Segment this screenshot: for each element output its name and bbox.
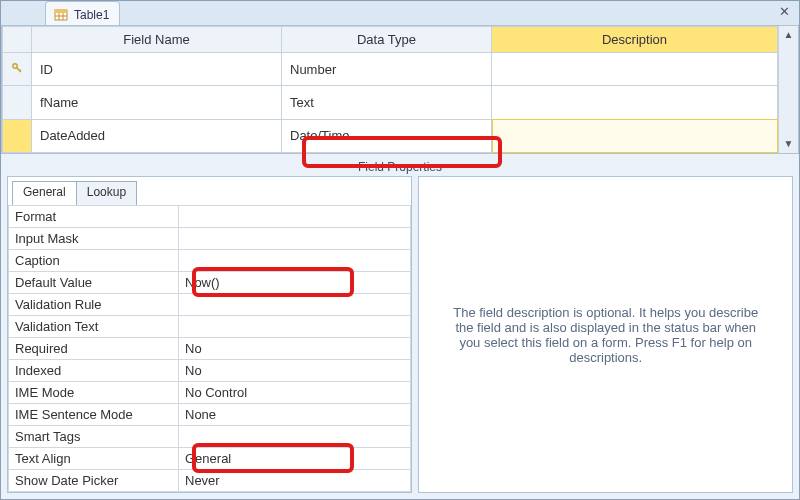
titlebar: Table1 ✕ <box>1 1 799 26</box>
property-label: Caption <box>9 250 179 272</box>
property-row[interactable]: IME Sentence ModeNone <box>9 404 411 426</box>
scroll-down-button[interactable]: ▼ <box>779 135 798 153</box>
property-row[interactable]: Smart Tags <box>9 426 411 448</box>
property-row[interactable]: Caption <box>9 250 411 272</box>
object-tab[interactable]: Table1 <box>45 1 120 25</box>
tab-general[interactable]: General <box>12 181 77 205</box>
property-value[interactable] <box>179 206 411 228</box>
property-row[interactable]: Default ValueNow() <box>9 272 411 294</box>
lower-panels: General Lookup Format Input Mask Caption… <box>1 176 799 499</box>
property-value[interactable]: General <box>179 448 411 470</box>
window-close-button[interactable]: ✕ <box>775 5 793 21</box>
description-cell[interactable] <box>492 53 778 86</box>
property-tabs: General Lookup <box>12 181 411 205</box>
chevron-up-icon: ▲ <box>784 29 794 40</box>
property-value[interactable] <box>179 316 411 338</box>
properties-table: Format Input Mask Caption Default ValueN… <box>8 205 411 492</box>
field-name-cell[interactable]: ID <box>32 53 282 86</box>
col-header-datatype[interactable]: Data Type <box>282 27 492 53</box>
property-value[interactable]: No Control <box>179 382 411 404</box>
property-label: Default Value <box>9 272 179 294</box>
property-label: Required <box>9 338 179 360</box>
help-panel: The field description is optional. It he… <box>418 176 793 493</box>
description-cell[interactable] <box>492 86 778 119</box>
scroll-up-button[interactable]: ▲ <box>779 26 798 44</box>
field-row[interactable]: ID Number <box>3 53 778 86</box>
field-name-cell[interactable]: DateAdded <box>32 119 282 152</box>
property-row[interactable]: Text AlignGeneral <box>9 448 411 470</box>
property-label: Show Date Picker <box>9 470 179 492</box>
property-label: Input Mask <box>9 228 179 250</box>
property-row[interactable]: Validation Rule <box>9 294 411 316</box>
property-row[interactable]: Input Mask <box>9 228 411 250</box>
table-icon <box>54 8 68 22</box>
field-name-cell[interactable]: fName <box>32 86 282 119</box>
property-label: Validation Text <box>9 316 179 338</box>
property-label: Text Align <box>9 448 179 470</box>
property-value[interactable] <box>179 228 411 250</box>
property-row[interactable]: RequiredNo <box>9 338 411 360</box>
property-row[interactable]: IME ModeNo Control <box>9 382 411 404</box>
property-row[interactable]: Format <box>9 206 411 228</box>
property-value[interactable]: No <box>179 360 411 382</box>
col-header-fieldname[interactable]: Field Name <box>32 27 282 53</box>
primary-key-icon <box>11 62 23 74</box>
data-type-cell[interactable]: Date/Time <box>282 119 492 152</box>
row-selector-header <box>3 27 32 53</box>
property-row[interactable]: Show Date PickerNever <box>9 470 411 492</box>
field-row[interactable]: fName Text <box>3 86 778 119</box>
properties-panel: General Lookup Format Input Mask Caption… <box>7 176 412 493</box>
property-row[interactable]: Validation Text <box>9 316 411 338</box>
field-grid-wrap: Field Name Data Type Description ID Numb… <box>1 26 799 154</box>
field-row[interactable]: DateAdded Date/Time <box>3 119 778 152</box>
close-icon: ✕ <box>779 4 790 19</box>
data-type-cell[interactable]: Number <box>282 53 492 86</box>
property-row[interactable]: IndexedNo <box>9 360 411 382</box>
col-header-description[interactable]: Description <box>492 27 778 53</box>
help-text: The field description is optional. It he… <box>445 305 766 365</box>
design-view-window: Table1 ✕ Field Name Data Type Descriptio… <box>0 0 800 500</box>
property-value[interactable]: None <box>179 404 411 426</box>
property-label: Smart Tags <box>9 426 179 448</box>
row-selector[interactable] <box>3 119 32 152</box>
field-properties-label: Field Properties <box>1 154 799 176</box>
svg-rect-1 <box>55 10 67 13</box>
property-label: IME Sentence Mode <box>9 404 179 426</box>
row-selector[interactable] <box>3 86 32 119</box>
field-grid[interactable]: Field Name Data Type Description ID Numb… <box>2 26 778 153</box>
property-label: Indexed <box>9 360 179 382</box>
property-label: Validation Rule <box>9 294 179 316</box>
property-label: Format <box>9 206 179 228</box>
property-value[interactable]: No <box>179 338 411 360</box>
property-value[interactable] <box>179 250 411 272</box>
object-tab-label: Table1 <box>74 8 109 22</box>
tab-lookup[interactable]: Lookup <box>76 181 137 205</box>
property-value[interactable] <box>179 294 411 316</box>
chevron-down-icon: ▼ <box>784 138 794 149</box>
data-type-cell[interactable]: Text <box>282 86 492 119</box>
property-value[interactable] <box>179 426 411 448</box>
row-selector[interactable] <box>3 53 32 86</box>
property-label: IME Mode <box>9 382 179 404</box>
description-cell[interactable] <box>492 119 778 152</box>
grid-scrollbar[interactable]: ▲ ▼ <box>778 26 798 153</box>
property-value[interactable]: Now() <box>179 272 411 294</box>
property-value[interactable]: Never <box>179 470 411 492</box>
